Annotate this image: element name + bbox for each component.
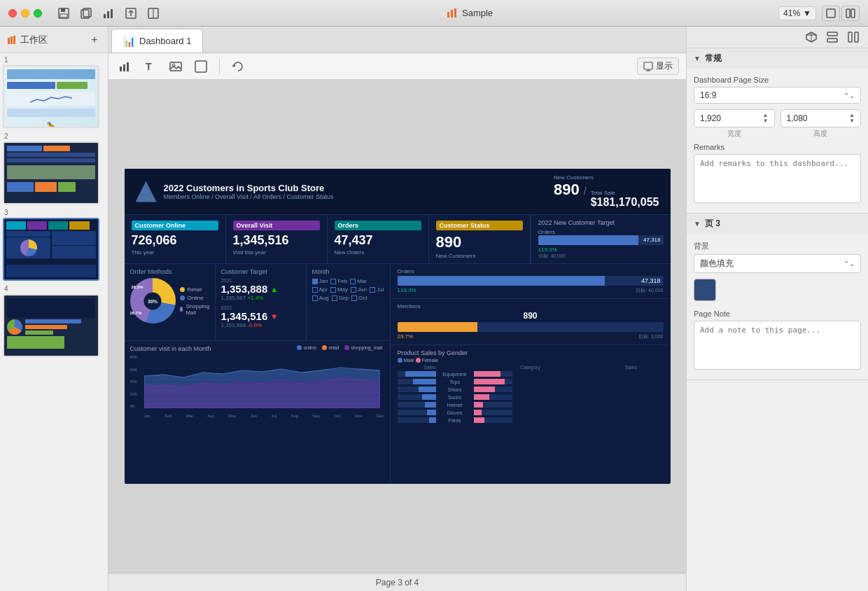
height-field[interactable]: 1,080 ▲ ▼: [780, 109, 862, 127]
db-title: 2022 Customers in Sports Club Store: [164, 183, 334, 193]
kpi-target-panel: 2022 New Customer Target Orders 47,318 1…: [531, 215, 671, 263]
page-item-4[interactable]: 4: [3, 285, 105, 357]
page-indicator: Page 3 of 4: [376, 578, 419, 587]
svg-rect-15: [451, 10, 453, 18]
layout-rows-icon[interactable]: [823, 29, 841, 45]
ps-headers: Sales Category Sales: [398, 365, 664, 370]
page-item-3[interactable]: 3: [3, 209, 105, 281]
month-title: Month: [312, 268, 384, 275]
chart-icon[interactable]: [101, 6, 116, 21]
width-field[interactable]: 1,920 ▲ ▼: [694, 109, 775, 127]
page-number-3: 3: [3, 209, 105, 216]
page-number-4: 4: [3, 285, 105, 293]
view-split-icon[interactable]: [841, 6, 860, 21]
canvas-area[interactable]: 2022 Customers in Sports Club Store Memb…: [108, 80, 686, 573]
statusbar: Page 3 of 4: [108, 573, 686, 591]
tab-icon: 📊: [123, 36, 135, 47]
svg-rect-25: [127, 62, 129, 71]
area-chart-svg: [144, 355, 382, 408]
remarks-textarea[interactable]: [694, 154, 861, 203]
product-sales-legend: Male Female: [398, 358, 664, 363]
order-methods-pie: 30% 26.3% 26.7%: [130, 278, 176, 324]
layout-icon[interactable]: [146, 6, 161, 21]
order-methods-content: 30% 26.3% 26.7% Retail Online Shopping M…: [130, 278, 209, 324]
ct-2022-block: 2022 1,345,516 ▼ 1,353,888 -0.6%: [221, 305, 300, 328]
month-list: Jan Feb Mar Apr May Jun Jul Aug Sep Oc: [312, 278, 384, 301]
row-pants: Pants: [398, 417, 664, 423]
height-stepper[interactable]: ▲ ▼: [849, 113, 855, 124]
db-slash: /: [584, 186, 587, 197]
close-button[interactable]: [8, 9, 17, 18]
nc-orders-goal: 目标: 40,000: [636, 287, 663, 294]
nc-orders-pct: 119.3%: [398, 287, 416, 294]
minimize-button[interactable]: [21, 9, 29, 18]
order-methods-panel: Order Methods 30% 26.3% 26.7% Retail: [125, 264, 216, 340]
svg-rect-42: [848, 32, 852, 42]
tab-label: Dashboard 1: [139, 36, 191, 46]
height-down-icon[interactable]: ▼: [849, 118, 855, 124]
page-thumbnail-4: [3, 294, 99, 357]
kpi-overall-visit: Overall Visit 1,345,516 Visit this year: [226, 215, 328, 263]
width-stepper[interactable]: ▲ ▼: [763, 113, 769, 124]
orders-goal: 目标: 40,000: [538, 253, 664, 260]
svg-rect-14: [447, 12, 449, 18]
left-sidebar: 工作区 + 1: [0, 27, 108, 591]
kpi-customer-online-title: Customer Online: [132, 221, 218, 230]
orders-bar-fill: [538, 235, 638, 245]
3d-cube-icon[interactable]: [802, 29, 820, 45]
maximize-button[interactable]: [34, 9, 42, 18]
display-button[interactable]: 显示: [637, 57, 679, 75]
kpi-customer-online-sub: This year: [132, 249, 218, 256]
titlebar-icons: [56, 6, 161, 21]
page-item-1[interactable]: 1 🚴: [3, 56, 105, 128]
page-item-2[interactable]: 2: [3, 132, 105, 204]
view-single-icon[interactable]: [822, 6, 840, 21]
members-panel: Members 890 29.7% 目标: 3,000: [391, 299, 671, 345]
kpi-orders-sub: New Orders: [335, 249, 421, 256]
svg-rect-21: [10, 36, 13, 44]
db-new-customers-value: 890: [554, 181, 580, 199]
page-note-textarea[interactable]: [694, 321, 861, 370]
traffic-lights: [8, 9, 42, 18]
add-page-button[interactable]: +: [88, 34, 101, 46]
row-equipment: Equipment: [398, 371, 664, 377]
color-swatch[interactable]: [694, 279, 716, 301]
ct-down-icon: ▼: [270, 312, 278, 321]
nc-orders-stats: 119.3% 目标: 40,000: [398, 287, 664, 294]
svg-rect-2: [60, 14, 67, 18]
tab-dashboard1[interactable]: 📊 Dashboard 1: [111, 29, 203, 53]
page-size-select[interactable]: 16:9 ⌃⌄: [694, 87, 861, 104]
right-panel: ▼ 常规 Dashboard Page Size 16:9 ⌃⌄ 1,920 ▲: [686, 27, 868, 591]
right-section-general: ▼ 常规 Dashboard Page Size 16:9 ⌃⌄ 1,920 ▲: [687, 48, 868, 214]
kpi-customer-online-value: 726,066: [132, 233, 218, 248]
zoom-selector[interactable]: 41% ▼: [778, 6, 816, 20]
kpi-overall-visit-sub: Visit this year: [233, 249, 320, 256]
legend-shopping-mall: shopping_mall: [344, 345, 382, 350]
save-icon[interactable]: [56, 6, 71, 21]
kpi-orders-value: 47,437: [335, 233, 421, 248]
page-list: 1 🚴: [0, 53, 108, 591]
layout-columns-icon[interactable]: [844, 29, 862, 45]
refresh-button[interactable]: [228, 57, 248, 76]
image-tool-button[interactable]: [166, 57, 186, 76]
row-socks: Socks: [398, 394, 664, 400]
text-tool-button[interactable]: T: [141, 57, 160, 76]
bar-chart-tool-button[interactable]: [115, 57, 135, 76]
page-number-2: 2: [3, 132, 105, 140]
db-subtitle: Members Online / Overall Visit / All Ord…: [164, 193, 334, 200]
titlebar-right: 41% ▼: [778, 6, 860, 21]
order-methods-title: Order Methods: [130, 268, 209, 275]
width-down-icon[interactable]: ▼: [763, 118, 769, 124]
target-title: 2022 New Customer Target: [538, 219, 664, 226]
svg-rect-18: [846, 9, 850, 18]
background-select[interactable]: 颜色填充 ⌃⌄: [694, 254, 861, 273]
shape-tool-button[interactable]: [191, 57, 211, 76]
right-panel-top-icons: [687, 27, 868, 48]
section-page3-title: 页 3: [705, 218, 720, 230]
db-new-customers-label: New Customers: [554, 174, 659, 181]
export-icon[interactable]: [123, 6, 139, 21]
copy-icon[interactable]: [78, 6, 94, 21]
month-feb: Feb: [330, 278, 347, 284]
sidebar-title: 工作区: [7, 34, 48, 46]
tab-bar: 📊 Dashboard 1: [108, 27, 686, 53]
